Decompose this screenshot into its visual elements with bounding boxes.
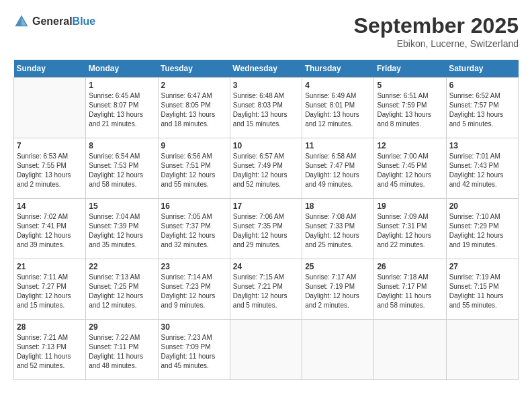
day-number-12: 12 (377, 141, 443, 150)
day-number-2: 2 (161, 81, 227, 90)
day-number-11: 11 (305, 141, 371, 150)
day-cell-21: 21Sunrise: 7:11 AM Sunset: 7:27 PM Dayli… (14, 259, 86, 320)
day-info-9: Sunrise: 6:56 AM Sunset: 7:51 PM Dayligh… (161, 152, 227, 189)
day-info-20: Sunrise: 7:10 AM Sunset: 7:29 PM Dayligh… (449, 212, 515, 250)
calendar-table: SundayMondayTuesdayWednesdayThursdayFrid… (13, 60, 519, 380)
day-number-5: 5 (377, 81, 443, 90)
day-cell-7: 7Sunrise: 6:53 AM Sunset: 7:55 PM Daylig… (14, 138, 86, 199)
day-cell-9: 9Sunrise: 6:56 AM Sunset: 7:51 PM Daylig… (158, 138, 230, 199)
day-info-18: Sunrise: 7:08 AM Sunset: 7:33 PM Dayligh… (305, 212, 371, 250)
day-info-3: Sunrise: 6:48 AM Sunset: 8:03 PM Dayligh… (233, 91, 299, 129)
day-info-28: Sunrise: 7:21 AM Sunset: 7:13 PM Dayligh… (17, 333, 83, 371)
day-cell-28: 28Sunrise: 7:21 AM Sunset: 7:13 PM Dayli… (14, 320, 86, 380)
day-info-29: Sunrise: 7:22 AM Sunset: 7:11 PM Dayligh… (89, 333, 154, 371)
week-row-4: 21Sunrise: 7:11 AM Sunset: 7:27 PM Dayli… (14, 259, 519, 320)
day-number-25: 25 (305, 262, 371, 271)
day-cell-13: 13Sunrise: 7:01 AM Sunset: 7:43 PM Dayli… (446, 138, 518, 199)
day-number-21: 21 (17, 262, 83, 271)
day-cell-16: 16Sunrise: 7:05 AM Sunset: 7:37 PM Dayli… (158, 199, 230, 259)
day-info-10: Sunrise: 6:57 AM Sunset: 7:49 PM Dayligh… (233, 152, 299, 189)
day-number-17: 17 (233, 201, 299, 211)
day-number-8: 8 (89, 141, 154, 150)
empty-cell (374, 320, 446, 380)
day-cell-2: 2Sunrise: 6:47 AM Sunset: 8:05 PM Daylig… (158, 78, 230, 138)
day-number-3: 3 (233, 81, 299, 90)
day-cell-6: 6Sunrise: 6:52 AM Sunset: 7:57 PM Daylig… (446, 78, 518, 138)
day-number-20: 20 (449, 201, 515, 211)
day-info-14: Sunrise: 7:02 AM Sunset: 7:41 PM Dayligh… (17, 212, 83, 250)
day-number-9: 9 (161, 141, 227, 150)
day-cell-17: 17Sunrise: 7:06 AM Sunset: 7:35 PM Dayli… (230, 199, 302, 259)
day-info-15: Sunrise: 7:04 AM Sunset: 7:39 PM Dayligh… (89, 212, 154, 250)
logo: GeneralBlue (13, 13, 95, 30)
day-number-19: 19 (377, 201, 443, 211)
weekday-header-wednesday: Wednesday (230, 60, 302, 78)
day-info-21: Sunrise: 7:11 AM Sunset: 7:27 PM Dayligh… (17, 273, 83, 310)
day-info-5: Sunrise: 6:51 AM Sunset: 7:59 PM Dayligh… (377, 91, 443, 129)
weekday-header-thursday: Thursday (302, 60, 374, 78)
day-cell-3: 3Sunrise: 6:48 AM Sunset: 8:03 PM Daylig… (230, 78, 302, 138)
logo-text-blue: Blue (73, 15, 96, 27)
day-cell-11: 11Sunrise: 6:58 AM Sunset: 7:47 PM Dayli… (302, 138, 374, 199)
day-number-29: 29 (89, 322, 154, 332)
weekday-header-sunday: Sunday (14, 60, 86, 78)
day-info-23: Sunrise: 7:14 AM Sunset: 7:23 PM Dayligh… (161, 273, 227, 310)
day-info-22: Sunrise: 7:13 AM Sunset: 7:25 PM Dayligh… (89, 273, 154, 310)
day-info-4: Sunrise: 6:49 AM Sunset: 8:01 PM Dayligh… (305, 91, 371, 129)
empty-cell (446, 320, 518, 380)
day-number-30: 30 (161, 322, 227, 332)
week-row-1: 1Sunrise: 6:45 AM Sunset: 8:07 PM Daylig… (14, 78, 519, 138)
day-number-7: 7 (17, 141, 83, 150)
day-info-13: Sunrise: 7:01 AM Sunset: 7:43 PM Dayligh… (449, 152, 515, 189)
day-info-6: Sunrise: 6:52 AM Sunset: 7:57 PM Dayligh… (449, 91, 515, 129)
day-info-25: Sunrise: 7:17 AM Sunset: 7:19 PM Dayligh… (305, 273, 371, 310)
day-number-26: 26 (377, 262, 443, 271)
day-number-23: 23 (161, 262, 227, 271)
day-number-10: 10 (233, 141, 299, 150)
day-cell-26: 26Sunrise: 7:18 AM Sunset: 7:17 PM Dayli… (374, 259, 446, 320)
month-title: September 2025 (354, 13, 519, 38)
day-info-11: Sunrise: 6:58 AM Sunset: 7:47 PM Dayligh… (305, 152, 371, 189)
weekday-header-monday: Monday (86, 60, 158, 78)
logo-text-general: General (32, 15, 73, 27)
day-number-13: 13 (449, 141, 515, 150)
day-cell-19: 19Sunrise: 7:09 AM Sunset: 7:31 PM Dayli… (374, 199, 446, 259)
day-info-17: Sunrise: 7:06 AM Sunset: 7:35 PM Dayligh… (233, 212, 299, 250)
empty-cell (14, 78, 86, 138)
day-cell-24: 24Sunrise: 7:15 AM Sunset: 7:21 PM Dayli… (230, 259, 302, 320)
week-row-2: 7Sunrise: 6:53 AM Sunset: 7:55 PM Daylig… (14, 138, 519, 199)
day-info-1: Sunrise: 6:45 AM Sunset: 8:07 PM Dayligh… (89, 91, 154, 129)
day-info-27: Sunrise: 7:19 AM Sunset: 7:15 PM Dayligh… (449, 273, 515, 310)
day-info-7: Sunrise: 6:53 AM Sunset: 7:55 PM Dayligh… (17, 152, 83, 189)
day-info-8: Sunrise: 6:54 AM Sunset: 7:53 PM Dayligh… (89, 152, 154, 189)
day-cell-23: 23Sunrise: 7:14 AM Sunset: 7:23 PM Dayli… (158, 259, 230, 320)
day-cell-5: 5Sunrise: 6:51 AM Sunset: 7:59 PM Daylig… (374, 78, 446, 138)
day-cell-4: 4Sunrise: 6:49 AM Sunset: 8:01 PM Daylig… (302, 78, 374, 138)
page-header: GeneralBlue September 2025 Ebikon, Lucer… (13, 13, 519, 49)
day-cell-25: 25Sunrise: 7:17 AM Sunset: 7:19 PM Dayli… (302, 259, 374, 320)
day-info-2: Sunrise: 6:47 AM Sunset: 8:05 PM Dayligh… (161, 91, 227, 129)
day-cell-15: 15Sunrise: 7:04 AM Sunset: 7:39 PM Dayli… (86, 199, 158, 259)
empty-cell (302, 320, 374, 380)
day-cell-14: 14Sunrise: 7:02 AM Sunset: 7:41 PM Dayli… (14, 199, 86, 259)
weekday-header-friday: Friday (374, 60, 446, 78)
day-cell-10: 10Sunrise: 6:57 AM Sunset: 7:49 PM Dayli… (230, 138, 302, 199)
week-row-5: 28Sunrise: 7:21 AM Sunset: 7:13 PM Dayli… (14, 320, 519, 380)
day-number-22: 22 (89, 262, 154, 271)
day-info-26: Sunrise: 7:18 AM Sunset: 7:17 PM Dayligh… (377, 273, 443, 310)
day-cell-20: 20Sunrise: 7:10 AM Sunset: 7:29 PM Dayli… (446, 199, 518, 259)
day-info-24: Sunrise: 7:15 AM Sunset: 7:21 PM Dayligh… (233, 273, 299, 310)
day-number-15: 15 (89, 201, 154, 211)
title-area: September 2025 Ebikon, Lucerne, Switzerl… (354, 13, 519, 49)
day-number-6: 6 (449, 81, 515, 90)
day-cell-1: 1Sunrise: 6:45 AM Sunset: 8:07 PM Daylig… (86, 78, 158, 138)
day-number-27: 27 (449, 262, 515, 271)
day-cell-27: 27Sunrise: 7:19 AM Sunset: 7:15 PM Dayli… (446, 259, 518, 320)
day-cell-18: 18Sunrise: 7:08 AM Sunset: 7:33 PM Dayli… (302, 199, 374, 259)
day-cell-12: 12Sunrise: 7:00 AM Sunset: 7:45 PM Dayli… (374, 138, 446, 199)
location-subtitle: Ebikon, Lucerne, Switzerland (354, 38, 519, 49)
day-cell-8: 8Sunrise: 6:54 AM Sunset: 7:53 PM Daylig… (86, 138, 158, 199)
weekday-header-saturday: Saturday (446, 60, 518, 78)
empty-cell (230, 320, 302, 380)
week-row-3: 14Sunrise: 7:02 AM Sunset: 7:41 PM Dayli… (14, 199, 519, 259)
